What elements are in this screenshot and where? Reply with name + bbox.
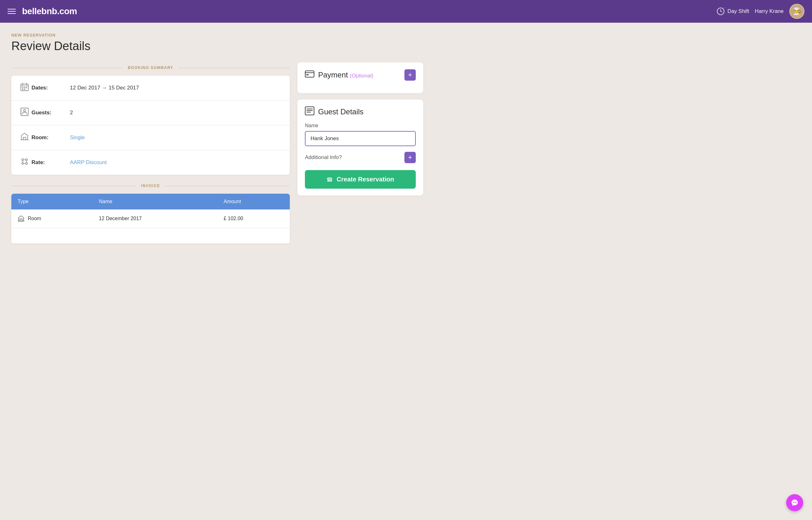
col-amount: Amount [217,194,290,209]
logo: bellebnb.com [22,6,716,17]
rate-icon [20,157,31,168]
name-field-group: Name [305,123,416,146]
svg-point-18 [793,502,794,503]
row-amount: £ 102.00 [217,209,290,228]
guest-icon [305,106,314,117]
shift-icon [716,7,725,16]
booking-rate-row: Rate: AARP Discount [11,150,290,175]
create-reservation-button[interactable]: 🛎 Create Reservation [305,170,416,189]
invoice-label: INVOICE [136,184,165,188]
payment-title: Payment(Optional) [318,71,373,79]
table-row-empty [11,228,290,244]
rate-label: Rate: [31,159,60,166]
calendar-icon [20,82,31,93]
guest-details-card: Guest Details Name Additional Info? + 🛎 … [297,100,423,196]
menu-button[interactable] [7,9,16,14]
svg-rect-15 [305,71,314,77]
svg-rect-3 [24,87,25,88]
guests-value: 2 [70,110,73,116]
chat-bubble-button[interactable] [786,494,803,511]
guest-details-header: Guest Details [305,106,416,117]
dates-label: Dates: [31,85,60,91]
name-input[interactable] [305,131,416,146]
main-content: NEW RESERVATION Review Details BOOKING S… [0,23,435,254]
svg-point-10 [22,159,24,161]
additional-info-label: Additional Info? [305,154,342,161]
svg-rect-9 [23,137,26,140]
col-name: Name [93,194,217,209]
col-type: Type [11,194,93,209]
svg-rect-4 [26,87,27,88]
table-row: Room 12 December 2017 £ 102.00 [11,209,290,228]
invoice-table: Type Name Amount [11,194,290,244]
content-area: BOOKING SUMMARY [11,62,423,244]
invoice-header-row: Type Name Amount [11,194,290,209]
header-right: Day Shift Harry Krane 👨‍🍳 [716,4,805,19]
shift-indicator: Day Shift [716,7,749,16]
booking-room-row: Room: Single [11,125,290,150]
booking-dates-row: Dates: 12 Dec 2017 → 15 Dec 2017 [11,76,290,101]
payment-card: Payment(Optional) + [297,62,423,93]
svg-point-12 [22,162,24,164]
row-name: 12 December 2017 [93,209,217,228]
dates-value: 12 Dec 2017 → 15 Dec 2017 [70,85,139,91]
svg-point-13 [26,159,27,161]
header: bellebnb.com Day Shift Harry Krane 👨‍🍳 [0,0,812,23]
guests-icon [20,107,31,118]
svg-point-19 [794,502,795,503]
right-panel: Payment(Optional) + [297,62,423,202]
invoice-divider: INVOICE [11,184,290,188]
create-btn-icon: 🛎 [326,176,333,183]
page-title: Review Details [11,40,423,53]
avatar[interactable]: 👨‍🍳 [789,4,805,19]
booking-guests-row: Guests: 2 [11,101,290,125]
booking-summary-label: BOOKING SUMMARY [123,66,179,70]
booking-summary-card: Dates: 12 Dec 2017 → 15 Dec 2017 Guests: [11,76,290,175]
additional-info-add-button[interactable]: + [404,152,416,163]
create-btn-label: Create Reservation [337,176,394,183]
guests-label: Guests: [31,110,60,116]
username-label: Harry Krane [755,8,784,15]
row-type: Room [11,209,93,228]
svg-rect-5 [22,89,23,90]
name-field-label: Name [305,123,416,129]
payment-icon [305,71,314,79]
additional-info-row: Additional Info? + [305,152,416,163]
booking-summary-divider: BOOKING SUMMARY [11,66,290,70]
left-panel: BOOKING SUMMARY [11,62,290,244]
guest-details-title: Guest Details [318,107,364,116]
payment-optional: (Optional) [350,73,373,79]
svg-point-8 [24,110,26,112]
svg-rect-16 [306,74,309,75]
shift-label: Day Shift [727,8,749,15]
svg-rect-14 [20,219,22,221]
svg-point-11 [26,162,27,164]
chat-icon [790,498,799,507]
breadcrumb: NEW RESERVATION [11,33,423,37]
room-label: Room: [31,134,60,141]
svg-rect-2 [22,87,23,88]
rate-value[interactable]: AARP Discount [70,159,107,166]
room-icon [20,132,31,143]
payment-add-button[interactable]: + [404,69,416,81]
room-value[interactable]: Single [70,134,85,141]
svg-rect-6 [24,89,25,90]
room-type-icon [18,215,25,222]
payment-header: Payment(Optional) + [305,69,416,81]
svg-point-20 [795,502,796,503]
